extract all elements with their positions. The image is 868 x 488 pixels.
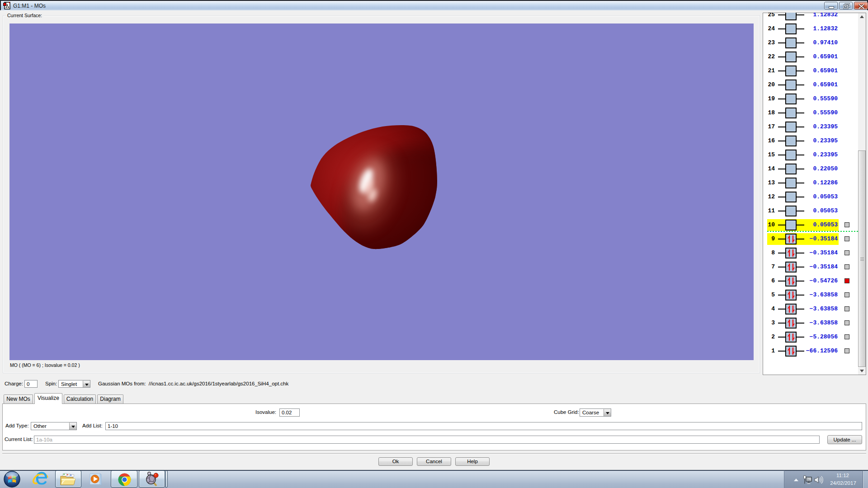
svg-text:e: e — [35, 472, 48, 487]
